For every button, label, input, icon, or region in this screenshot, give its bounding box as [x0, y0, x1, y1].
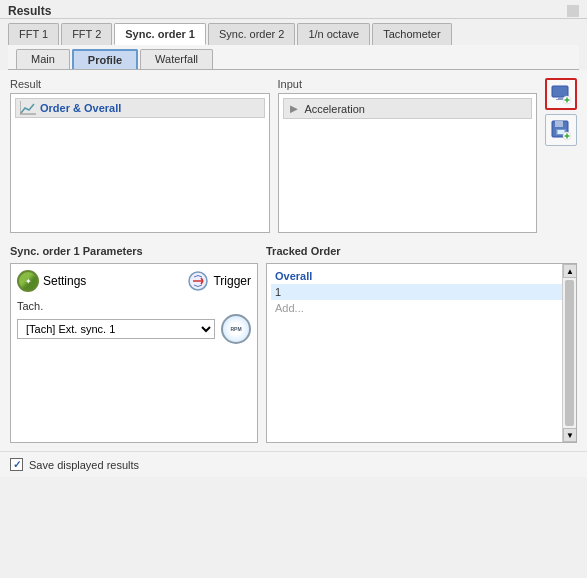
tracked-list: Overall 1 Add...	[271, 268, 572, 316]
params-buttons-row: Settings	[17, 270, 251, 292]
tab-tachometer[interactable]: Tachometer	[372, 23, 451, 45]
checkbox-check-icon: ✓	[13, 459, 21, 470]
subtab-main[interactable]: Main	[16, 49, 70, 69]
trend-icon	[20, 101, 36, 115]
tracked-item-overall[interactable]: Overall	[271, 268, 572, 284]
tach-select[interactable]: [Tach] Ext. sync. 1[Tach] Ext. sync. 2	[17, 319, 215, 339]
trigger-button[interactable]: Trigger	[187, 270, 251, 292]
tracked-item-1[interactable]: 1	[271, 284, 572, 300]
tach-label: Tach.	[17, 300, 251, 312]
settings-button[interactable]: Settings	[17, 270, 86, 292]
scroll-thumb[interactable]	[565, 280, 574, 426]
tracked-scrollbar[interactable]: ▲ ▼	[562, 264, 576, 442]
input-label: Input	[278, 78, 538, 90]
tach-section: Tach. [Tach] Ext. sync. 1[Tach] Ext. syn…	[17, 300, 251, 344]
add-view-icon	[550, 83, 572, 105]
footer-bar: ✓ Save displayed results	[0, 451, 587, 477]
svg-rect-11	[558, 130, 565, 134]
top-bar: Results	[0, 0, 587, 19]
subtab-profile[interactable]: Profile	[72, 49, 138, 69]
tab-fft2[interactable]: FFT 2	[61, 23, 112, 45]
input-item[interactable]: ► Acceleration	[283, 98, 533, 119]
params-label: Sync. order 1 Parameters	[10, 245, 258, 257]
tab-fft1[interactable]: FFT 1	[8, 23, 59, 45]
params-box: Settings	[10, 263, 258, 443]
save-displayed-checkbox[interactable]: ✓	[10, 458, 23, 471]
tracked-item-add[interactable]: Add...	[271, 300, 572, 316]
scroll-up-button[interactable]: ▲	[563, 264, 577, 278]
tab-sync-order1[interactable]: Sync. order 1	[114, 23, 206, 45]
svg-rect-9	[555, 121, 563, 127]
tabs-row1: FFT 1 FFT 2 Sync. order 1 Sync. order 2 …	[0, 19, 587, 45]
arrow-right-icon: ►	[288, 101, 301, 116]
result-panel[interactable]: Order & Overall	[10, 93, 270, 233]
params-col: Sync. order 1 Parameters Settings	[10, 243, 258, 443]
main-content: Result Order & Overall Input ► Acc	[0, 70, 587, 451]
result-input-row: Result Order & Overall Input ► Acc	[10, 78, 577, 233]
result-item[interactable]: Order & Overall	[15, 98, 265, 118]
trigger-label: Trigger	[213, 274, 251, 288]
svg-rect-2	[552, 86, 568, 97]
settings-label: Settings	[43, 274, 86, 288]
tab-1n-octave[interactable]: 1/n octave	[297, 23, 370, 45]
subtab-waterfall[interactable]: Waterfall	[140, 49, 213, 69]
result-item-label: Order & Overall	[40, 102, 121, 114]
tach-select-row: [Tach] Ext. sync. 1[Tach] Ext. sync. 2 R…	[17, 314, 251, 344]
input-col: Input ► Acceleration	[278, 78, 538, 233]
tabs-row2: Main Profile Waterfall	[8, 45, 579, 70]
resize-handle[interactable]	[567, 5, 579, 17]
trigger-icon	[187, 270, 209, 292]
input-panel[interactable]: ► Acceleration	[278, 93, 538, 233]
result-label: Result	[10, 78, 270, 90]
rpm-gauge-icon: RPM	[221, 314, 251, 344]
window-title: Results	[8, 4, 51, 18]
tracked-box[interactable]: Overall 1 Add... ▲ ▼	[266, 263, 577, 443]
input-item-label: Acceleration	[304, 103, 365, 115]
save-template-icon	[550, 119, 572, 141]
settings-icon	[17, 270, 39, 292]
save-template-button[interactable]	[545, 114, 577, 146]
save-displayed-label: Save displayed results	[29, 459, 139, 471]
add-view-button[interactable]	[545, 78, 577, 110]
tracked-col: Tracked Order Overall 1 Add... ▲ ▼	[266, 243, 577, 443]
right-buttons	[545, 78, 577, 233]
scroll-down-button[interactable]: ▼	[563, 428, 577, 442]
tab-sync-order2[interactable]: Sync. order 2	[208, 23, 295, 45]
result-col: Result Order & Overall	[10, 78, 270, 233]
bottom-row: Sync. order 1 Parameters Settings	[10, 243, 577, 443]
tracked-label: Tracked Order	[266, 245, 577, 257]
